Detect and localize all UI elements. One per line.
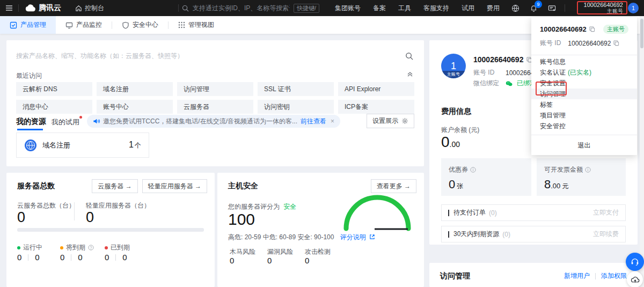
pending-orders-row[interactable]: 待支付订单 (0) 立即支付 <box>441 204 626 221</box>
access-actions: 新增用户 添加权限 <box>564 271 627 281</box>
checkbox-icon <box>10 21 17 29</box>
expired-values: 00 <box>105 253 127 262</box>
divider <box>565 4 565 12</box>
tab-security-center[interactable]: 安全中心 <box>112 16 168 34</box>
dropdown-item-project-management[interactable]: 项目管理 <box>531 110 637 121</box>
product-shortcut[interactable]: ICP备案 <box>338 100 414 114</box>
resource-count: 1个 <box>129 140 141 150</box>
recent-access-label: 最近访问 <box>16 71 42 80</box>
add-user-link[interactable]: 新增用户 <box>564 271 590 281</box>
card-title: 主机安全 <box>228 181 258 191</box>
account-avatar[interactable]: 1 主账号 <box>441 54 466 78</box>
menu-billing[interactable]: 费用 <box>487 4 500 13</box>
product-shortcut[interactable]: API Explorer <box>338 82 414 96</box>
servers-total-card: 服务器总数 云服务器 → 轻量应用服务器 → 云服务器总数（台） 轻量应用服务器… <box>6 173 215 287</box>
product-shortcut[interactable]: 域名注册 <box>97 82 173 96</box>
product-shortcut[interactable]: SSL 证书 <box>258 82 334 96</box>
tab-product-management[interactable]: 产品管理 <box>0 16 56 34</box>
feedback-cloud-fab[interactable] <box>627 271 643 287</box>
product-shortcut[interactable]: 云解析 DNS <box>16 82 92 96</box>
close-icon[interactable]: × <box>331 117 334 125</box>
account-number: 100026640692 <box>575 2 623 8</box>
display-settings-button[interactable]: 设置展示 <box>367 114 414 128</box>
logout-button[interactable]: 退出 <box>531 136 637 154</box>
intl-globe-icon[interactable] <box>511 4 519 12</box>
menu-group-account[interactable]: 集团账号 <box>335 4 361 13</box>
scrollbar-thumb[interactable] <box>640 19 643 48</box>
tencent-cloud-console: 腾讯云 控制台 快捷键/ 集团账号 备案 工具 客服支持 试用 费用 <box>0 0 644 287</box>
legend-running: 运行中 <box>17 243 42 252</box>
renew-now-link[interactable]: 立即续费 <box>593 230 619 239</box>
divider <box>18 4 19 12</box>
info-circle-icon[interactable] <box>585 167 591 173</box>
legend-expiring: 将到期 <box>60 243 94 252</box>
question-circle-icon[interactable] <box>88 245 94 251</box>
cvm-total-value: 0 <box>17 209 25 226</box>
page-scrollbar[interactable] <box>640 16 644 287</box>
verified-status: (已实名) <box>568 70 591 75</box>
invoice-box[interactable]: 可开发票金额 8.00元 <box>537 158 626 196</box>
lighthouse-total-label: 轻量应用服务器（台） <box>86 201 150 210</box>
tab-my-resources[interactable]: 我的资源 <box>16 117 46 127</box>
dropdown-item-security-settings[interactable]: 安全设置 <box>531 78 637 89</box>
card-title: 访问管理 <box>440 271 470 281</box>
tab-management-view[interactable]: 管理视图 <box>169 16 224 34</box>
server-nav-buttons: 云服务器 → 轻量应用服务器 → <box>92 179 207 193</box>
customer-support-fab[interactable] <box>626 253 644 271</box>
trojan-risk-value: 0 <box>230 256 234 265</box>
tab-my-trial[interactable]: 我的试用 <box>52 117 79 127</box>
copy-icon[interactable] <box>613 40 619 46</box>
product-search-input[interactable] <box>16 52 392 60</box>
product-shortcut[interactable]: 账号中心 <box>97 100 173 114</box>
menu-icp[interactable]: 备案 <box>373 4 386 13</box>
resource-card-domain-registration[interactable]: 域名注册 1个 <box>16 133 149 158</box>
cvm-button[interactable]: 云服务器 → <box>92 179 137 193</box>
collapse-chevron-icon[interactable] <box>407 70 413 77</box>
tab-product-monitoring[interactable]: 产品监控 <box>56 16 112 34</box>
balance-value: 0.00 <box>441 134 460 151</box>
gear-icon <box>401 117 408 124</box>
view-more-button[interactable]: 查看更多 → <box>371 179 416 193</box>
menu-trial[interactable]: 试用 <box>462 4 474 13</box>
product-shortcut[interactable]: 消息中心 <box>16 100 92 114</box>
dropdown-item-identity-verification[interactable]: 实名认证 (已实名) <box>531 67 637 78</box>
copy-icon[interactable] <box>589 26 595 32</box>
product-shortcut[interactable]: 访问管理 <box>177 82 253 96</box>
dropdown-item-account-info[interactable]: 账号信息 <box>531 56 637 67</box>
dropdown-item-security-control[interactable]: 安全管控 <box>531 121 637 131</box>
promo-link[interactable]: 前往查看 <box>301 117 326 126</box>
speaker-icon <box>93 118 100 124</box>
security-nav-buttons: 查看更多 → <box>371 179 416 193</box>
lighthouse-button[interactable]: 轻量应用服务器 → <box>142 179 207 193</box>
workorder-panel-icon[interactable] <box>548 4 556 12</box>
search-icon[interactable] <box>405 52 413 60</box>
dropdown-item-access-management[interactable]: 访问管理 <box>531 89 637 99</box>
product-shortcut[interactable]: 云服务器 <box>177 100 253 114</box>
info-circle-icon[interactable] <box>470 167 476 173</box>
product-shortcut[interactable]: 访问密钥 <box>258 100 334 114</box>
divider <box>74 202 75 220</box>
hamburger-menu-icon[interactable] <box>0 4 18 12</box>
pay-now-link[interactable]: 立即支付 <box>593 208 619 217</box>
top-navbar: 腾讯云 控制台 快捷键/ 集团账号 备案 工具 客服支持 试用 费用 <box>0 0 644 16</box>
brand-name: 腾讯云 <box>39 3 61 13</box>
red-dot <box>105 246 108 249</box>
avatar[interactable]: 1 <box>628 3 639 13</box>
topbar-icons: 9 <box>511 4 556 12</box>
dropdown-item-tags[interactable]: 标签 <box>531 99 637 110</box>
account-switcher[interactable]: 100026640692 主账号 <box>575 2 623 14</box>
console-link[interactable]: 控制台 <box>75 4 104 13</box>
coupon-box[interactable]: 优惠券 0张 <box>441 158 531 196</box>
new-dot-badge <box>79 116 82 119</box>
menu-support[interactable]: 客服支持 <box>423 4 449 13</box>
add-permission-link[interactable]: 添加权限 <box>601 271 627 281</box>
divider <box>595 273 596 279</box>
expiring-resources-row[interactable]: 30天内到期资源 (0) 立即续费 <box>441 226 626 242</box>
trojan-risk-label: 木马风险 <box>230 247 255 256</box>
security-score: 100 <box>228 210 255 229</box>
notifications-bell-icon[interactable]: 9 <box>530 4 538 12</box>
brand-logo[interactable]: 腾讯云 <box>25 3 61 13</box>
menu-tools[interactable]: 工具 <box>398 4 411 13</box>
resource-search: 快捷键/ <box>179 2 323 14</box>
resource-search-input[interactable] <box>193 4 290 12</box>
